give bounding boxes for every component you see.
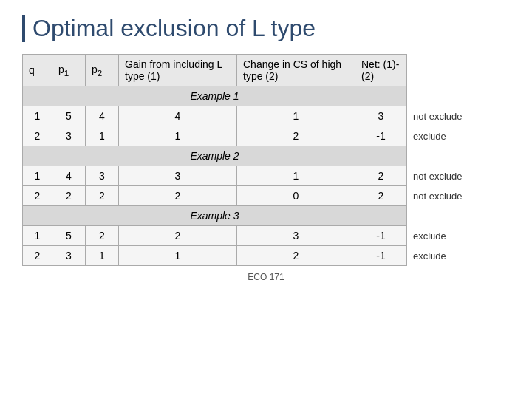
footer: ECO 171 [22,272,510,282]
example-row-1: Example 1 [23,86,510,106]
cell-p2: 3 [86,166,119,186]
cell-p1: 4 [52,166,86,186]
cell-p1: 3 [52,126,86,146]
cell-gain: 4 [119,106,237,126]
cell-p2: 4 [86,106,119,126]
cell-gain: 2 [119,226,237,246]
table-row: 23112-1exclude [23,246,510,266]
cell-p2: 2 [86,226,119,246]
table-row: 154413not exclude [23,106,510,126]
example-label-2: Example 2 [23,146,407,166]
cell-q: 1 [23,166,52,186]
example-row-2: Example 2 [23,146,510,166]
cell-net: 2 [355,166,407,186]
cell-change: 2 [237,126,355,146]
table-row: 143312not exclude [23,166,510,186]
header-p1: p1 [52,55,86,86]
cell-gain: 3 [119,166,237,186]
exclude-label: exclude [407,226,510,246]
cell-change: 1 [237,166,355,186]
cell-p1: 2 [52,186,86,206]
exclude-label: exclude [407,126,510,146]
cell-p2: 1 [86,126,119,146]
header-p2: p2 [86,55,119,86]
cell-p1: 5 [52,106,86,126]
cell-net: -1 [355,126,407,146]
exclude-label: not exclude [407,106,510,126]
cell-p2: 2 [86,186,119,206]
header-q: q [23,55,52,86]
cell-change: 0 [237,186,355,206]
table-header-row: q p1 p2 Gain from including L type (1) C… [23,55,510,86]
cell-q: 1 [23,106,52,126]
cell-change: 2 [237,246,355,266]
table-row: 222202not exclude [23,186,510,206]
cell-net: -1 [355,226,407,246]
page: Optimal exclusion of L type q p1 p2 Gain… [0,0,532,399]
cell-p1: 5 [52,226,86,246]
cell-change: 3 [237,226,355,246]
header-net: Net: (1)-(2) [355,55,407,86]
main-table: q p1 p2 Gain from including L type (1) C… [22,54,510,266]
example-label-1: Example 1 [23,86,407,106]
cell-q: 1 [23,226,52,246]
cell-gain: 1 [119,126,237,146]
cell-gain: 1 [119,246,237,266]
cell-change: 1 [237,106,355,126]
example-label-3: Example 3 [23,206,407,226]
exclude-label: exclude [407,246,510,266]
header-change: Change in CS of high type (2) [237,55,355,86]
cell-p1: 3 [52,246,86,266]
cell-q: 2 [23,186,52,206]
header-gain: Gain from including L type (1) [119,55,237,86]
exclude-label: not exclude [407,186,510,206]
cell-net: 2 [355,186,407,206]
cell-net: 3 [355,106,407,126]
exclude-label: not exclude [407,166,510,186]
cell-gain: 2 [119,186,237,206]
cell-net: -1 [355,246,407,266]
table-row: 23112-1exclude [23,126,510,146]
cell-q: 2 [23,126,52,146]
cell-p2: 1 [86,246,119,266]
cell-q: 2 [23,246,52,266]
table-row: 15223-1exclude [23,226,510,246]
example-row-3: Example 3 [23,206,510,226]
page-title: Optimal exclusion of L type [22,15,510,42]
